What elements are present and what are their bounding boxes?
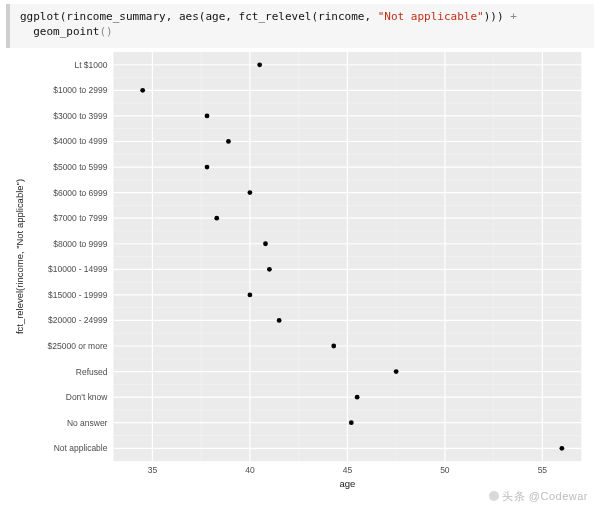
x-axis-title: age [339,478,355,489]
code-fn-geompoint: geom_point [33,25,99,38]
x-tick-label: 55 [538,465,548,475]
data-point [559,446,564,451]
code-args2: (age, [199,10,239,23]
x-tick-label: 45 [343,465,353,475]
data-point [394,369,399,374]
y-axis-title: fct_relevel(rincome, "Not applicable") [14,179,25,334]
y-tick-label: $8000 to 9999 [53,239,107,249]
y-tick-label: $6000 to 6999 [53,188,107,198]
y-tick-label: $7000 to 7999 [53,213,107,223]
y-tick-label: $4000 to 4999 [53,136,107,146]
y-tick-label: Refused [76,367,108,377]
data-point [205,114,210,119]
plot-svg: 3540455055ageLt $1000$1000 to 2999$3000 … [8,46,592,495]
data-point [355,395,360,400]
y-tick-label: $20000 - 24999 [48,315,108,325]
data-point [277,318,282,323]
x-tick-label: 35 [148,465,158,475]
code-block: ggplot(rincome_summary, aes(age, fct_rel… [6,4,594,48]
data-point [248,190,253,195]
code-indent [20,25,33,38]
code-args1: (rincome_summary, [60,10,179,23]
x-tick-label: 40 [245,465,255,475]
y-tick-label: $1000 to 2999 [53,85,107,95]
data-point [267,267,272,272]
y-tick-label: Don't know [66,392,109,402]
code-plus: + [510,10,517,23]
data-point [214,216,219,221]
data-point [257,62,262,67]
code-args3: (rincome, [311,10,377,23]
y-tick-label: $10000 - 14999 [48,264,108,274]
y-tick-label: Lt $1000 [74,60,107,70]
y-tick-label: $25000 or more [48,341,108,351]
data-point [248,292,253,297]
data-point [205,165,210,170]
code-parens: () [99,25,112,38]
data-point [140,88,145,93]
plot: 3540455055ageLt $1000$1000 to 2999$3000 … [8,46,592,495]
y-tick-label: No answer [67,418,108,428]
x-tick-label: 50 [440,465,450,475]
code-fn-fctrelevel: fct_relevel [239,10,312,23]
y-tick-label: Not applicable [54,443,108,453]
y-tick-label: $5000 to 5999 [53,162,107,172]
data-point [331,344,336,349]
y-tick-label: $3000 to 3999 [53,111,107,121]
data-point [226,139,231,144]
code-args-close: ))) [484,10,511,23]
y-tick-label: $15000 - 19999 [48,290,108,300]
code-fn-aes: aes [179,10,199,23]
data-point [263,241,268,246]
code-string: "Not applicable" [378,10,484,23]
code-fn-ggplot: ggplot [20,10,60,23]
data-point [349,420,354,425]
